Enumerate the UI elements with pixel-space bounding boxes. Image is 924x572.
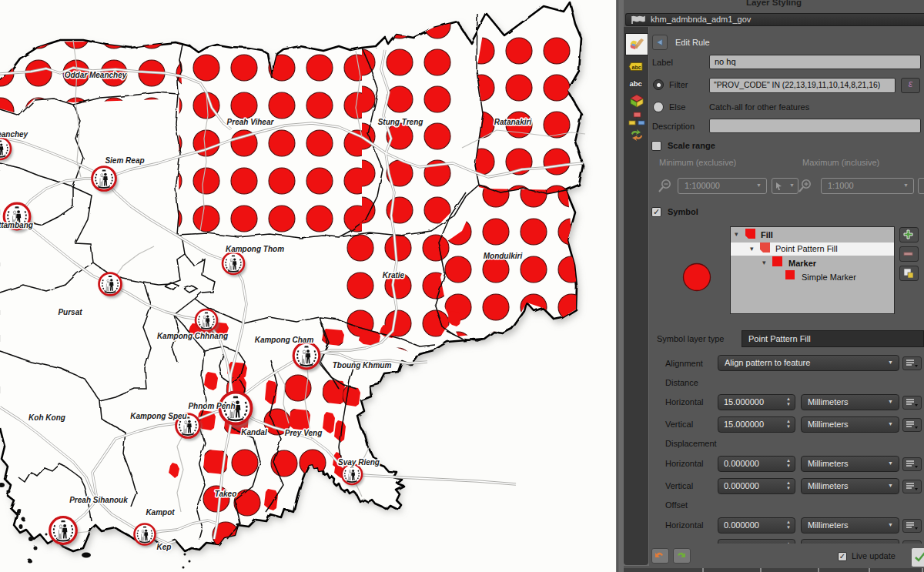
svg-text:Battambang: Battambang: [0, 221, 33, 229]
svg-text:Stung Treng: Stung Treng: [378, 118, 424, 126]
svg-text:Mondulkiri: Mondulkiri: [484, 252, 523, 260]
svg-text:Phnom Penh: Phnom Penh: [188, 402, 235, 410]
svg-text:Svay Rieng: Svay Rieng: [338, 458, 380, 467]
svg-text:Kandal: Kandal: [241, 428, 267, 437]
svg-text:abc: abc: [630, 79, 642, 88]
svg-text:Siem Reap: Siem Reap: [105, 156, 144, 165]
svg-text:Kampong Cham: Kampong Cham: [255, 336, 314, 344]
svg-text:Takeo: Takeo: [215, 490, 237, 498]
svg-text:Kampot: Kampot: [146, 508, 175, 517]
svg-text:Kampong Chhnang: Kampong Chhnang: [157, 332, 228, 340]
svg-text:Kep: Kep: [157, 543, 172, 551]
svg-text:Prey Veng: Prey Veng: [285, 429, 323, 437]
svg-text:Kampong Thom: Kampong Thom: [226, 245, 284, 253]
svg-text:Meanchey: Meanchey: [0, 130, 28, 139]
svg-text:abc: abc: [632, 65, 641, 70]
svg-text:Koh Kong: Koh Kong: [28, 413, 65, 422]
svg-text:Preah Vihear: Preah Vihear: [227, 118, 275, 126]
svg-text:Tboung Khmum: Tboung Khmum: [333, 361, 392, 370]
svg-text:Pursat: Pursat: [58, 308, 82, 316]
svg-text:Kratie: Kratie: [383, 271, 405, 279]
svg-text:Kampong Speu: Kampong Speu: [130, 412, 186, 420]
svg-text:Oddar Meanchey: Oddar Meanchey: [65, 71, 127, 79]
svg-text:Preah Sihanouk: Preah Sihanouk: [69, 496, 128, 504]
svg-text:Ratanakiri: Ratanakiri: [494, 118, 532, 126]
